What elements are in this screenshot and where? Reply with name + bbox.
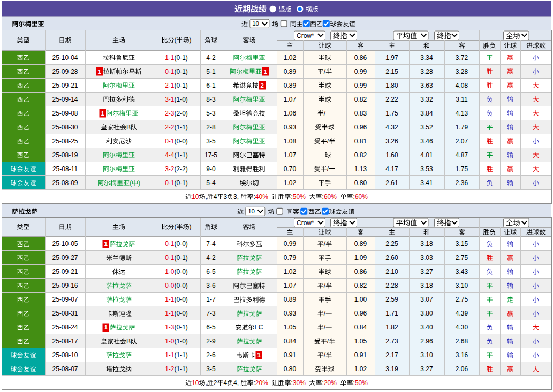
svg-text:0.83: 0.83 (354, 110, 367, 117)
svg-text:1.07: 1.07 (284, 282, 297, 289)
svg-text:3.80: 3.80 (420, 310, 433, 317)
svg-text:0.82: 0.82 (354, 151, 367, 159)
svg-text:4: 4 (214, 193, 217, 201)
svg-text:0.86: 0.86 (354, 268, 367, 275)
svg-text:2-8: 2-8 (206, 124, 216, 131)
svg-text:25-09-08: 25-09-08 (52, 110, 78, 117)
svg-text:3-5: 3-5 (206, 137, 216, 145)
svg-text:1-7: 1-7 (206, 296, 216, 303)
svg-text:0-1: 0-1 (165, 179, 175, 187)
svg-text:4.30: 4.30 (456, 324, 468, 331)
svg-text:(0-1): (0-1) (175, 68, 188, 75)
svg-text:2.59: 2.59 (385, 296, 398, 303)
svg-text:25-09-14: 25-09-14 (52, 96, 78, 103)
svg-text:2-3: 2-3 (165, 110, 175, 117)
svg-text:1-1: 1-1 (165, 310, 175, 317)
svg-text:60%: 60% (355, 193, 368, 201)
svg-text:25-08-10: 25-08-10 (52, 351, 78, 359)
svg-text:0.80: 0.80 (284, 365, 297, 373)
svg-text:50%: 50% (355, 379, 368, 387)
svg-text:4.08: 4.08 (456, 82, 468, 89)
svg-text:25-08-25: 25-08-25 (52, 137, 78, 145)
svg-text:3.27: 3.27 (420, 365, 433, 373)
svg-text:10: 10 (252, 20, 259, 27)
svg-text:0.89: 0.89 (354, 240, 367, 248)
svg-text:7-3: 7-3 (206, 310, 216, 317)
svg-text:25-08-30: 25-08-30 (52, 124, 78, 131)
svg-text:2-2: 2-2 (165, 124, 175, 131)
svg-text:25-09-27: 25-09-27 (52, 254, 78, 262)
svg-text:4.17: 4.17 (385, 165, 398, 173)
svg-text:2-6: 2-6 (206, 351, 216, 359)
svg-text:3-1: 3-1 (165, 96, 175, 103)
svg-text:5-4: 5-4 (206, 179, 216, 187)
svg-text:1.02: 1.02 (284, 179, 297, 187)
svg-text:8-3: 8-3 (206, 96, 216, 103)
svg-text:(0-0): (0-0) (175, 310, 188, 317)
svg-text:25-08-11: 25-08-11 (52, 165, 78, 173)
svg-text:0.70: 0.70 (284, 165, 297, 173)
svg-text:4.32: 4.32 (385, 124, 398, 131)
svg-text:,: , (206, 193, 207, 201)
svg-text:2.36: 2.36 (456, 179, 468, 187)
svg-text:4.39: 4.39 (456, 310, 468, 317)
svg-text:2.17: 2.17 (385, 351, 398, 359)
svg-text:1-0: 1-0 (165, 337, 175, 345)
svg-text:1-1: 1-1 (165, 54, 175, 62)
svg-text:(2-2): (2-2) (175, 165, 188, 173)
svg-text:3.34: 3.34 (420, 54, 433, 62)
svg-text:25-09-07: 25-09-07 (52, 296, 78, 303)
svg-text:3.72: 3.72 (456, 54, 468, 62)
svg-text:9-0: 9-0 (206, 165, 216, 173)
svg-text:1: 1 (257, 352, 261, 358)
svg-text:2.07: 2.07 (456, 137, 468, 145)
svg-text:1.82: 1.82 (385, 324, 398, 331)
svg-text:1.06: 1.06 (284, 110, 297, 117)
svg-text:1.08: 1.08 (284, 137, 297, 145)
svg-text:0.82: 0.82 (354, 96, 367, 103)
svg-text:2.73: 2.73 (385, 337, 398, 345)
svg-text:4-2: 4-2 (206, 254, 216, 262)
svg-text:3.27: 3.27 (420, 268, 433, 275)
svg-text:25-09-21: 25-09-21 (52, 268, 78, 275)
svg-text:0.91: 0.91 (284, 351, 297, 359)
svg-text:,: , (206, 379, 207, 387)
svg-text:3.10: 3.10 (420, 351, 433, 359)
svg-text:0.99: 0.99 (284, 240, 297, 248)
svg-text:3.18: 3.18 (420, 240, 433, 248)
svg-text:2-1: 2-1 (165, 82, 175, 89)
svg-text:7-4: 7-4 (206, 240, 216, 248)
svg-text:30%: 30% (293, 379, 306, 387)
svg-text:1.02: 1.02 (354, 365, 367, 373)
svg-text:1.80: 1.80 (385, 82, 398, 89)
svg-text:3,: 3, (233, 193, 239, 201)
svg-text:(0-1): (0-1) (175, 254, 188, 262)
svg-text:1-1: 1-1 (165, 296, 175, 303)
svg-text:0.91: 0.91 (354, 351, 367, 359)
svg-text:0-1: 0-1 (165, 137, 175, 145)
svg-text:2.15: 2.15 (385, 68, 398, 75)
svg-text:1.79: 1.79 (456, 124, 468, 131)
svg-text:0-1: 0-1 (165, 254, 175, 262)
svg-text:(0-0): (0-0) (175, 296, 188, 303)
svg-text:(0-0): (0-0) (175, 137, 188, 145)
svg-text:2.96: 2.96 (420, 337, 433, 345)
svg-text:B: B (126, 337, 131, 345)
svg-text:50%: 50% (293, 193, 306, 201)
svg-text:3.11: 3.11 (456, 96, 468, 103)
svg-text:3.52: 3.52 (420, 124, 433, 131)
svg-text:0.89: 0.89 (284, 296, 297, 303)
svg-text:1-3: 1-3 (165, 324, 175, 331)
svg-text:FC: FC (255, 324, 263, 331)
svg-text:25-08-19: 25-08-19 (52, 151, 78, 159)
svg-text:(: ( (130, 179, 132, 187)
svg-text:6-5: 6-5 (206, 268, 216, 275)
svg-text:2.75: 2.75 (456, 254, 468, 262)
svg-text:25-10-04: 25-10-04 (52, 54, 78, 62)
svg-text:4-4: 4-4 (165, 151, 175, 159)
svg-text:2.61: 2.61 (385, 179, 398, 187)
svg-text:(1-0): (1-0) (175, 96, 188, 103)
svg-text:): ) (190, 36, 192, 44)
svg-text:2.10: 2.10 (385, 268, 398, 275)
svg-text:10: 10 (192, 193, 199, 201)
